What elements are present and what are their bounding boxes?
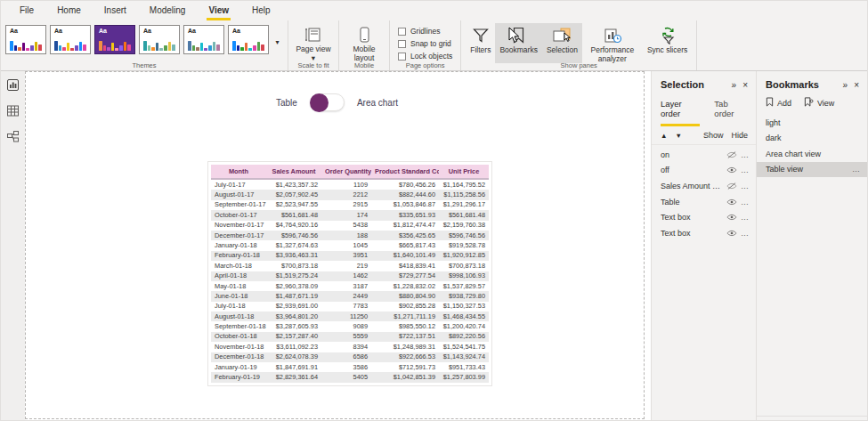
- table-cell: May-01-18: [211, 281, 266, 291]
- table-visual[interactable]: MonthSales AmountOrder QuantityProduct S…: [207, 161, 492, 386]
- table-cell: $1,640,101.49: [371, 251, 439, 261]
- add-bookmark-button[interactable]: Add: [766, 97, 791, 109]
- selection-layer-item[interactable]: Text box…: [652, 225, 756, 241]
- table-cell: $3,964,801.20: [266, 312, 321, 321]
- view-bookmarks-button[interactable]: View: [804, 97, 834, 109]
- tab-tab-order[interactable]: Tab order: [714, 99, 747, 126]
- palette-bar: [115, 48, 118, 51]
- toggle-knob[interactable]: [310, 93, 329, 112]
- selection-layer-item[interactable]: Text box…: [652, 209, 756, 225]
- menu-item-help[interactable]: Help: [240, 1, 282, 20]
- table-row: June-01-18$1,487,671.192449$880,804.90$9…: [211, 291, 489, 301]
- palette-bar: [213, 42, 216, 51]
- table-header-row: MonthSales AmountOrder QuantityProduct S…: [211, 165, 489, 179]
- menu-item-view[interactable]: View: [197, 1, 240, 20]
- table-cell: $1,524,541.75: [439, 342, 489, 352]
- mobile-layout-button[interactable]: Mobile layout: [344, 23, 385, 62]
- scale-to-fit-group-label: Scale to fit: [288, 61, 338, 69]
- theme-thumbnail[interactable]: Aa: [183, 25, 224, 54]
- bookmark-item[interactable]: Area chart view: [757, 146, 867, 162]
- selection-button[interactable]: Selection: [542, 23, 582, 63]
- table-cell: July-01-18: [211, 302, 266, 312]
- double-chevron-right-icon[interactable]: »: [732, 80, 737, 90]
- more-options-button[interactable]: …: [741, 213, 750, 222]
- selection-layer-item[interactable]: Sales Amount by Mon...…: [652, 178, 756, 194]
- more-options-button[interactable]: …: [741, 198, 750, 206]
- ribbon-empty-space: [697, 20, 867, 70]
- close-icon[interactable]: ×: [742, 80, 748, 90]
- eye-icon[interactable]: [726, 229, 737, 238]
- selection-layer-item[interactable]: off…: [652, 163, 756, 179]
- data-table: MonthSales AmountOrder QuantityProduct S…: [211, 165, 489, 383]
- move-layer-down-button[interactable]: ▼: [675, 132, 681, 140]
- snap-to-grid-checkbox[interactable]: [398, 40, 406, 48]
- table-area-toggle[interactable]: [310, 93, 345, 111]
- palette-bar: [261, 45, 264, 51]
- theme-aa-label: Aa: [99, 28, 107, 34]
- menu-item-modeling[interactable]: Modeling: [138, 1, 198, 20]
- more-options-button[interactable]: …: [741, 166, 750, 174]
- menu-item-home[interactable]: Home: [45, 1, 93, 20]
- palette-bar: [143, 41, 147, 51]
- table-cell: $418,839.41: [371, 261, 439, 271]
- eye-off-icon[interactable]: [726, 182, 737, 190]
- table-cell: January-01-18: [211, 240, 266, 250]
- bookmark-item[interactable]: dark: [757, 131, 867, 147]
- theme-thumbnail[interactable]: Aa: [94, 25, 135, 54]
- table-cell: 174: [321, 210, 371, 220]
- table-cell: $1,200,420.74: [439, 321, 489, 331]
- table-cell: $902,855.28: [371, 302, 439, 312]
- eye-icon[interactable]: [726, 213, 737, 222]
- hide-all-button[interactable]: Hide: [731, 131, 748, 140]
- table-column-header: Sales Amount: [266, 165, 321, 179]
- gridlines-checkbox[interactable]: [398, 28, 406, 36]
- lock-objects-checkbox[interactable]: [398, 53, 406, 61]
- menu-item-file[interactable]: File: [8, 1, 45, 20]
- palette-bar: [151, 47, 155, 51]
- page-view-button[interactable]: Page view ▾: [293, 23, 334, 62]
- theme-palette-bars: [99, 38, 132, 51]
- palette-bar: [119, 45, 123, 51]
- menu-item-insert[interactable]: Insert: [93, 1, 138, 20]
- eye-icon[interactable]: [726, 166, 737, 174]
- more-options-button[interactable]: …: [741, 150, 750, 159]
- report-canvas[interactable]: Table Area chart MonthSales AmountOrder …: [25, 71, 651, 421]
- more-options-button[interactable]: …: [852, 165, 861, 174]
- pane-divider: [757, 416, 867, 417]
- double-chevron-right-icon[interactable]: »: [843, 80, 848, 90]
- theme-thumbnail[interactable]: Aa: [5, 25, 46, 54]
- table-cell: $1,228,832.02: [371, 281, 439, 291]
- theme-thumbnail[interactable]: Aa: [228, 25, 269, 54]
- move-layer-up-button[interactable]: ▲: [661, 132, 667, 140]
- performance-analyzer-button[interactable]: Performance analyzer: [582, 23, 643, 63]
- palette-bar: [75, 45, 78, 51]
- bookmark-item[interactable]: Table view…: [757, 162, 867, 178]
- eye-icon[interactable]: [726, 198, 737, 206]
- themes-dropdown-button[interactable]: ▾: [272, 23, 283, 61]
- theme-thumbnail[interactable]: Aa: [50, 25, 91, 54]
- model-view-button[interactable]: [6, 131, 20, 145]
- theme-thumbnail[interactable]: Aa: [139, 25, 180, 54]
- more-options-button[interactable]: …: [741, 229, 750, 238]
- table-column-header: Order Quantity: [321, 165, 371, 179]
- bookmarks-button[interactable]: Bookmarks: [495, 23, 542, 63]
- tab-layer-order[interactable]: Layer order: [661, 99, 700, 126]
- selection-layer-item[interactable]: on…: [652, 147, 756, 163]
- theme-aa-label: Aa: [10, 28, 18, 34]
- more-options-button[interactable]: …: [741, 182, 750, 190]
- page-options-checkboxes: GridlinesSnap to gridLock objects: [394, 23, 456, 61]
- table-cell: 11250: [321, 312, 371, 321]
- eye-off-icon[interactable]: [726, 150, 737, 159]
- data-view-button[interactable]: [6, 105, 20, 119]
- table-cell: $1,248,989.31: [371, 342, 439, 352]
- filters-button[interactable]: Filters: [466, 23, 495, 63]
- toggle-right-label: Area chart: [357, 98, 398, 108]
- selection-layer-item[interactable]: Table…: [652, 194, 756, 210]
- sync-slicers-button[interactable]: Sync slicers: [643, 23, 692, 63]
- close-icon[interactable]: ×: [854, 80, 859, 90]
- report-view-button[interactable]: [6, 79, 20, 93]
- show-all-button[interactable]: Show: [703, 131, 724, 140]
- table-cell: $3,936,463.31: [266, 251, 321, 261]
- table-cell: $722,137.51: [371, 332, 439, 342]
- bookmark-item[interactable]: light: [757, 115, 867, 131]
